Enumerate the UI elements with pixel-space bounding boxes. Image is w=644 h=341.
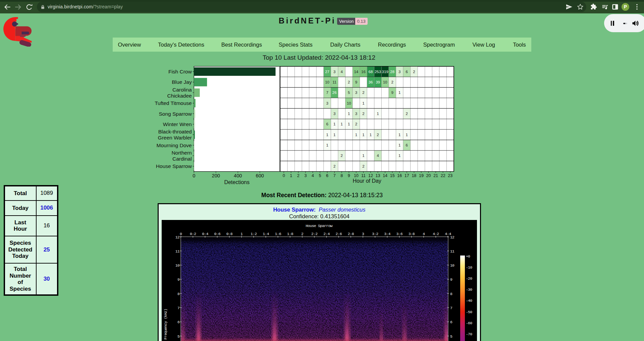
svg-text:1: 1 — [355, 133, 357, 137]
svg-text:4: 4 — [377, 154, 379, 158]
svg-text:1: 1 — [377, 112, 379, 116]
svg-text:3: 3 — [326, 101, 328, 105]
svg-text:68: 68 — [369, 70, 373, 74]
svg-text:16: 16 — [361, 70, 366, 74]
svg-text:7: 7 — [177, 306, 179, 310]
svg-text:0·4: 0·4 — [202, 232, 208, 236]
svg-text:39: 39 — [376, 80, 380, 84]
svg-text:12: 12 — [450, 235, 454, 239]
svg-text:7: 7 — [450, 306, 452, 310]
svg-text:16: 16 — [397, 173, 402, 178]
svg-text:2: 2 — [333, 164, 335, 168]
svg-text:23: 23 — [448, 173, 452, 178]
svg-text:2: 2 — [391, 80, 393, 84]
svg-text:1: 1 — [326, 143, 328, 147]
svg-text:-40: -40 — [466, 298, 472, 303]
svg-text:2: 2 — [362, 112, 364, 116]
svg-text:Hour of Day: Hour of Day — [353, 178, 381, 184]
svg-text:Northern: Northern — [171, 150, 192, 156]
svg-text:5: 5 — [177, 334, 180, 339]
svg-text:0·6: 0·6 — [214, 232, 220, 236]
svg-text:13: 13 — [376, 173, 380, 178]
svg-text:3: 3 — [398, 70, 400, 74]
svg-text:8: 8 — [177, 292, 180, 296]
svg-text:9: 9 — [450, 277, 452, 282]
svg-text:Black-throated: Black-throated — [158, 129, 192, 134]
svg-text:2: 2 — [355, 122, 357, 126]
svg-text:0·8: 0·8 — [226, 232, 233, 236]
svg-text:0: 0 — [180, 232, 182, 236]
svg-text:1: 1 — [326, 133, 328, 137]
svg-text:1: 1 — [240, 232, 243, 236]
svg-text:4: 4 — [312, 173, 314, 178]
svg-text:House Sparrow: House Sparrow — [156, 163, 192, 169]
svg-text:200: 200 — [212, 173, 220, 178]
svg-text:10: 10 — [354, 173, 359, 178]
svg-text:+0: +0 — [466, 254, 470, 259]
svg-text:6: 6 — [326, 173, 328, 178]
svg-text:20: 20 — [426, 173, 431, 178]
svg-text:2: 2 — [413, 70, 415, 74]
svg-text:2: 2 — [377, 133, 379, 137]
svg-text:319: 319 — [382, 70, 388, 74]
svg-text:6: 6 — [177, 320, 180, 324]
svg-text:5: 5 — [319, 173, 321, 178]
svg-text:10: 10 — [383, 80, 387, 84]
svg-text:6: 6 — [406, 70, 408, 74]
svg-text:Detections: Detections — [224, 179, 250, 185]
svg-text:1: 1 — [398, 91, 400, 95]
svg-text:1: 1 — [370, 133, 372, 137]
svg-text:0·2: 0·2 — [190, 232, 196, 236]
svg-text:4·2: 4·2 — [433, 232, 439, 236]
svg-text:3: 3 — [355, 91, 357, 95]
svg-text:3: 3 — [362, 232, 364, 236]
svg-text:9: 9 — [348, 173, 350, 178]
svg-text:2: 2 — [301, 232, 304, 236]
svg-text:22: 22 — [441, 173, 445, 178]
svg-text:Carolina: Carolina — [172, 87, 192, 93]
svg-text:19: 19 — [419, 173, 424, 178]
svg-text:2·2: 2·2 — [311, 232, 318, 236]
svg-text:400: 400 — [234, 173, 242, 178]
svg-text:2: 2 — [297, 173, 300, 178]
svg-text:14: 14 — [383, 173, 387, 178]
svg-text:4: 4 — [423, 232, 425, 236]
svg-text:Fish Crow: Fish Crow — [168, 69, 192, 74]
svg-text:-20: -20 — [466, 276, 472, 281]
svg-text:10: 10 — [175, 263, 180, 268]
svg-text:-10: -10 — [466, 265, 472, 270]
svg-text:11: 11 — [332, 80, 336, 84]
svg-text:0: 0 — [283, 173, 285, 178]
svg-text:2: 2 — [362, 164, 364, 168]
svg-text:1: 1 — [290, 173, 292, 178]
svg-text:1·4: 1·4 — [263, 232, 269, 236]
svg-text:-70: -70 — [466, 332, 472, 336]
svg-text:600: 600 — [256, 173, 264, 178]
svg-text:8: 8 — [450, 292, 452, 296]
svg-text:1: 1 — [398, 154, 400, 158]
svg-text:1: 1 — [362, 154, 364, 158]
svg-text:House Sparrow: House Sparrow — [306, 224, 332, 228]
svg-text:5: 5 — [348, 91, 350, 95]
svg-text:26: 26 — [332, 91, 337, 95]
svg-text:Mourning Dove: Mourning Dove — [157, 143, 192, 148]
svg-text:-60: -60 — [466, 321, 472, 325]
svg-text:253: 253 — [375, 70, 381, 74]
svg-text:3·4: 3·4 — [384, 232, 390, 236]
svg-text:21: 21 — [433, 173, 438, 178]
svg-text:10: 10 — [450, 263, 454, 268]
svg-text:1·2: 1·2 — [251, 232, 257, 236]
svg-text:1: 1 — [333, 133, 335, 137]
svg-text:11: 11 — [361, 173, 366, 178]
svg-text:Frequency (kHz): Frequency (kHz) — [163, 309, 168, 340]
svg-text:Green Warbler: Green Warbler — [158, 135, 192, 140]
svg-text:Cardinal: Cardinal — [172, 156, 192, 162]
svg-text:Tufted Titmouse: Tufted Titmouse — [155, 100, 192, 106]
svg-text:17: 17 — [405, 173, 409, 178]
svg-text:2: 2 — [341, 154, 343, 158]
svg-text:1: 1 — [398, 143, 400, 147]
svg-text:12: 12 — [175, 235, 180, 239]
svg-text:1: 1 — [348, 122, 350, 126]
svg-text:9: 9 — [391, 91, 393, 95]
svg-text:1: 1 — [362, 133, 364, 137]
